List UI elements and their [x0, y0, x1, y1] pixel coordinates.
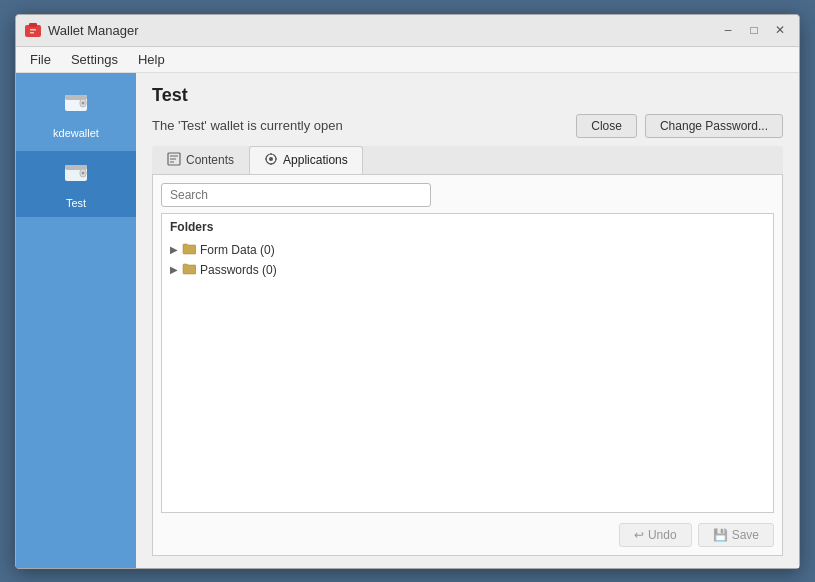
svg-rect-1 [29, 23, 37, 27]
folder-passwords-icon [182, 262, 196, 278]
svg-rect-2 [30, 29, 36, 31]
minimize-button[interactable]: – [717, 19, 739, 41]
svg-point-17 [269, 157, 273, 161]
save-button[interactable]: 💾 Save [698, 523, 774, 547]
main-content: kdewallet Test Test The 'Test' wallet is [16, 73, 799, 568]
kdewallet-icon [62, 89, 90, 123]
folder-formdata-icon [182, 242, 196, 258]
app-icon [24, 21, 42, 39]
info-text: The 'Test' wallet is currently open [152, 118, 343, 133]
sidebar-item-test[interactable]: Test [16, 151, 136, 217]
folder-item-passwords[interactable]: ▶ Passwords (0) [166, 260, 769, 280]
svg-rect-3 [30, 32, 34, 34]
save-label: Save [732, 528, 759, 542]
title-bar-controls: – □ ✕ [717, 19, 791, 41]
maximize-button[interactable]: □ [743, 19, 765, 41]
folders-box: Folders ▶ Form Data (0) ▶ [161, 213, 774, 513]
menu-file[interactable]: File [20, 50, 61, 69]
test-label: Test [66, 197, 86, 209]
window-title: Wallet Manager [48, 23, 139, 38]
menubar: File Settings Help [16, 47, 799, 73]
menu-settings[interactable]: Settings [61, 50, 128, 69]
tabs: Contents [152, 146, 783, 175]
tab-applications-label: Applications [283, 153, 348, 167]
tab-contents-label: Contents [186, 153, 234, 167]
title-bar-left: Wallet Manager [24, 21, 139, 39]
tab-panel: Folders ▶ Form Data (0) ▶ [152, 175, 783, 556]
folder-passwords-label: Passwords (0) [200, 263, 277, 277]
undo-label: Undo [648, 528, 677, 542]
folder-formdata-label: Form Data (0) [200, 243, 275, 257]
change-password-button[interactable]: Change Password... [645, 114, 783, 138]
undo-icon: ↩ [634, 528, 644, 542]
search-input[interactable] [161, 183, 431, 207]
chevron-passwords-icon: ▶ [170, 264, 178, 275]
tab-content-wrapper: Contents [152, 146, 783, 556]
test-icon [62, 159, 90, 193]
contents-tab-icon [167, 152, 181, 169]
sidebar: kdewallet Test [16, 73, 136, 568]
main-window: Wallet Manager – □ ✕ File Settings Help [15, 14, 800, 569]
save-icon: 💾 [713, 528, 728, 542]
undo-button[interactable]: ↩ Undo [619, 523, 692, 547]
page-title: Test [152, 85, 783, 106]
tab-applications[interactable]: Applications [249, 146, 363, 174]
folder-item-formdata[interactable]: ▶ Form Data (0) [166, 240, 769, 260]
applications-tab-icon [264, 152, 278, 169]
window-close-button[interactable]: ✕ [769, 19, 791, 41]
content-area: Test The 'Test' wallet is currently open… [136, 73, 799, 568]
info-bar: The 'Test' wallet is currently open Clos… [152, 114, 783, 138]
folders-header: Folders [166, 218, 769, 236]
kdewallet-label: kdewallet [53, 127, 99, 139]
svg-point-7 [82, 101, 85, 104]
bottom-bar: ↩ Undo 💾 Save [161, 519, 774, 547]
title-bar: Wallet Manager – □ ✕ [16, 15, 799, 47]
menu-help[interactable]: Help [128, 50, 175, 69]
sidebar-item-kdewallet[interactable]: kdewallet [16, 81, 136, 147]
action-buttons: Close Change Password... [576, 114, 783, 138]
tab-contents[interactable]: Contents [152, 146, 249, 174]
svg-point-11 [82, 171, 85, 174]
close-wallet-button[interactable]: Close [576, 114, 637, 138]
chevron-formdata-icon: ▶ [170, 244, 178, 255]
